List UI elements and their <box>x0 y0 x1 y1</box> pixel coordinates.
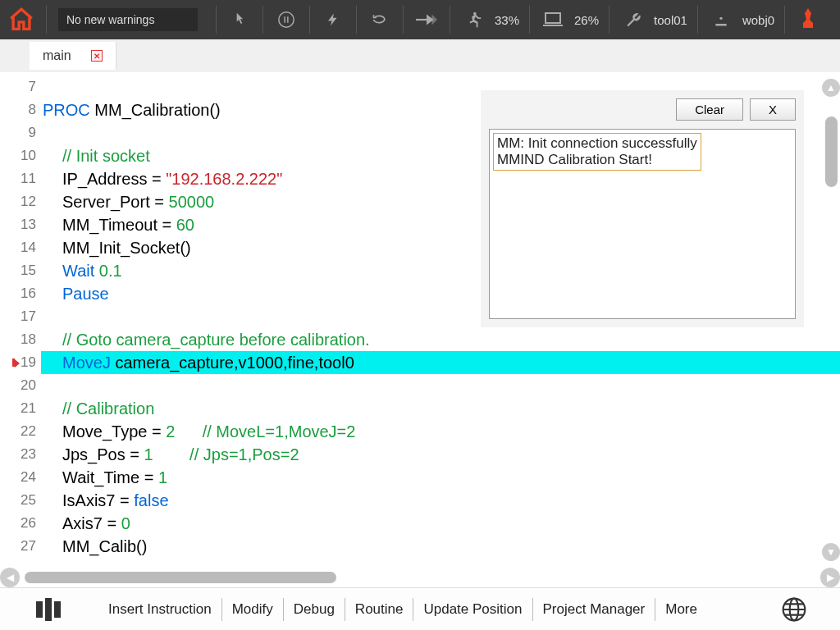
clear-button[interactable]: Clear <box>676 98 743 121</box>
bottombar-item[interactable]: Routine <box>345 598 414 621</box>
line-number[interactable]: 27 <box>0 535 41 558</box>
columns-icon[interactable] <box>0 598 98 621</box>
tool-name[interactable]: tool01 <box>651 13 691 27</box>
code-line[interactable]: Axis7 = 0 <box>41 512 840 535</box>
line-number[interactable]: 26 <box>0 512 41 535</box>
svg-point-5 <box>719 17 722 20</box>
line-number[interactable]: 16 <box>0 282 41 305</box>
code-line[interactable]: // Calibration <box>41 397 840 420</box>
line-number[interactable]: 14 <box>0 236 41 259</box>
tab-close-icon[interactable]: ✕ <box>91 50 103 62</box>
code-line[interactable]: MoveJ camera_capture,v1000,fine,tool0 <box>41 351 840 374</box>
loop-icon[interactable] <box>363 3 396 36</box>
scroll-up-icon[interactable]: ▲ <box>822 79 840 97</box>
scroll-right-icon[interactable]: ▶ <box>820 568 840 587</box>
warnings-box[interactable]: No new warnings <box>58 8 198 31</box>
code-line[interactable]: Jps_Pos = 1 // Jps=1,Pos=2 <box>41 443 840 466</box>
message-line: MMIND Calibration Start! <box>497 152 697 168</box>
line-number[interactable]: 24 <box>0 466 41 489</box>
horizontal-scrollbar[interactable]: ◀ ▶ <box>0 566 840 589</box>
line-number[interactable]: 19 <box>0 351 41 374</box>
bottom-bar: Insert InstructionModifyDebugRoutineUpda… <box>0 587 840 630</box>
scroll-down-icon[interactable]: ▼ <box>822 543 840 561</box>
code-line[interactable]: // Goto camera_capture before calibratio… <box>41 328 840 351</box>
code-editor: 789101112131415161718192021222324252627 … <box>0 72 840 563</box>
scroll-thumb[interactable] <box>825 116 838 187</box>
code-line[interactable]: Move_Type = 2 // MoveL=1,MoveJ=2 <box>41 420 840 443</box>
line-number[interactable]: 7 <box>0 75 41 98</box>
bolt-icon[interactable] <box>317 3 349 36</box>
load-percent: 26% <box>571 13 602 27</box>
svg-rect-9 <box>54 601 61 618</box>
line-number[interactable]: 23 <box>0 443 41 466</box>
bottombar-item[interactable]: Update Position <box>413 598 532 621</box>
bottombar-item[interactable]: Project Manager <box>533 598 656 621</box>
scroll-left-icon[interactable]: ◀ <box>0 568 20 587</box>
bottombar-item[interactable]: Modify <box>222 598 284 621</box>
line-number[interactable]: 15 <box>0 259 41 282</box>
robot-icon[interactable] <box>792 3 824 36</box>
message-line: MM: Init connection successfully <box>497 135 697 152</box>
line-number[interactable]: 9 <box>0 121 41 144</box>
message-panel: Clear X MM: Init connection successfully… <box>481 90 804 327</box>
line-number[interactable]: 12 <box>0 190 41 213</box>
tab-main[interactable]: main ✕ <box>30 42 116 70</box>
line-number[interactable]: 18 <box>0 328 41 351</box>
line-number[interactable]: 20 <box>0 374 41 397</box>
svg-rect-8 <box>45 598 52 621</box>
bottombar-item[interactable]: Debug <box>284 598 345 621</box>
svg-rect-6 <box>715 24 726 26</box>
top-toolbar: No new warnings 33% 26% tool01 wobj0 <box>0 0 840 39</box>
line-gutter: 789101112131415161718192021222324252627 <box>0 72 41 563</box>
fast-forward-icon[interactable] <box>410 3 443 36</box>
scroll-thumb-h[interactable] <box>25 572 336 583</box>
tab-bar: main ✕ <box>0 39 840 72</box>
pointer-icon[interactable] <box>223 3 256 36</box>
bottombar-item[interactable]: More <box>655 598 707 621</box>
speed-percent: 33% <box>491 13 523 27</box>
run-speed-icon[interactable] <box>457 3 490 36</box>
line-number[interactable]: 25 <box>0 489 41 512</box>
pause-icon[interactable] <box>270 3 303 36</box>
svg-point-0 <box>279 12 294 27</box>
line-number[interactable]: 8 <box>0 98 41 121</box>
svg-rect-4 <box>546 13 560 23</box>
globe-icon[interactable] <box>781 596 807 623</box>
close-button[interactable]: X <box>750 98 796 121</box>
vertical-scrollbar[interactable]: ▲ ▼ <box>822 79 840 561</box>
line-number[interactable]: 22 <box>0 420 41 443</box>
tab-label: main <box>43 48 71 63</box>
laptop-icon[interactable] <box>536 3 569 36</box>
code-line[interactable]: IsAxis7 = false <box>41 489 840 512</box>
wobj-icon[interactable] <box>705 3 737 36</box>
code-line[interactable] <box>41 374 840 397</box>
code-line[interactable]: MM_Calib() <box>41 535 840 558</box>
svg-point-3 <box>473 12 477 16</box>
line-number[interactable]: 10 <box>0 144 41 167</box>
message-body: MM: Init connection successfully MMIND C… <box>489 129 796 319</box>
home-icon[interactable] <box>3 2 39 38</box>
line-number[interactable]: 21 <box>0 397 41 420</box>
wobj-name[interactable]: wobj0 <box>739 13 778 27</box>
bottombar-item[interactable]: Insert Instruction <box>98 598 222 621</box>
line-number[interactable]: 17 <box>0 305 41 328</box>
line-number[interactable]: 13 <box>0 213 41 236</box>
svg-rect-7 <box>36 601 43 618</box>
wrench-icon[interactable] <box>616 3 649 36</box>
line-number[interactable]: 11 <box>0 167 41 190</box>
code-line[interactable]: Wait_Time = 1 <box>41 466 840 489</box>
